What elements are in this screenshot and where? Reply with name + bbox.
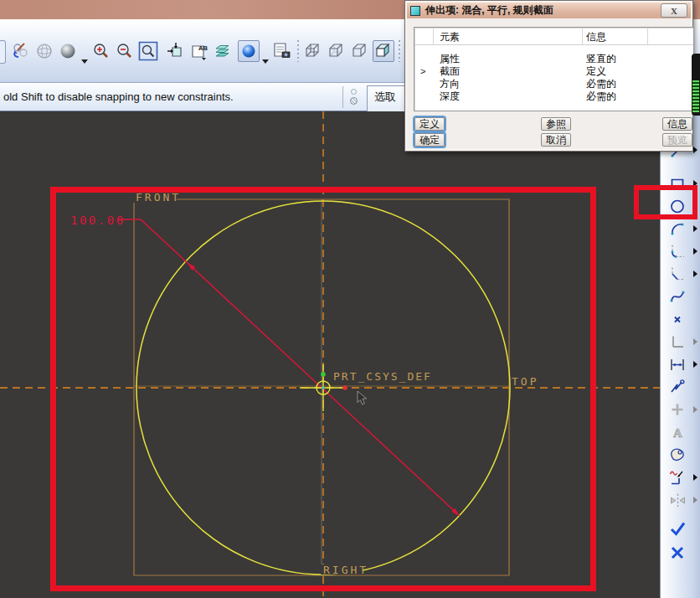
message-separator xyxy=(342,86,343,108)
hidden-line-mode-icon[interactable] xyxy=(326,40,347,62)
mirror-flyout-icon[interactable] xyxy=(693,497,697,503)
datum-display-icon[interactable] xyxy=(238,40,260,62)
clipped-toolbar-button[interactable] xyxy=(0,40,6,64)
message-text: old Shift to disable snapping to new con… xyxy=(0,90,234,103)
trim-tool-icon[interactable] xyxy=(666,467,691,490)
zoom-in-icon[interactable] xyxy=(90,40,112,62)
table-row[interactable]: 深度 必需的 xyxy=(414,90,693,103)
protrusion-element-dialog: 伸出项: 混合, 平行, 规则截面 X 元素 信息 属性 竖直的 > 截面 定义 xyxy=(404,0,693,152)
model-tree-icon[interactable] xyxy=(271,40,293,62)
arc-tool-icon[interactable] xyxy=(666,218,691,241)
ok-button[interactable]: 确定 xyxy=(414,133,445,147)
table-row[interactable]: 属性 竖直的 xyxy=(414,53,693,65)
fillet-tool-icon[interactable] xyxy=(666,240,691,264)
sketch-annotation-rectangle xyxy=(50,187,596,591)
shaded-display-icon[interactable] xyxy=(57,40,79,62)
line-flyout-icon[interactable] xyxy=(693,147,697,153)
zoom-fit-icon[interactable] xyxy=(137,40,159,62)
done-button-icon[interactable] xyxy=(666,518,691,541)
constraint-flyout-icon[interactable] xyxy=(693,406,697,413)
fillet-flyout-icon[interactable] xyxy=(693,248,697,255)
dimension-tool-icon[interactable] xyxy=(666,353,691,377)
svg-text:A: A xyxy=(673,426,682,440)
circle-tool-annotation-rectangle xyxy=(634,185,697,219)
arc-flyout-icon[interactable] xyxy=(693,225,697,232)
mirror-tool-icon[interactable] xyxy=(666,489,691,513)
wireframe-mode-icon[interactable] xyxy=(302,40,324,62)
column-element: 元素 xyxy=(440,30,460,44)
palette-tool-icon[interactable] xyxy=(666,444,691,467)
edge-indicator-bar xyxy=(692,54,700,116)
zoom-out-icon[interactable] xyxy=(114,40,136,62)
selected-row-marker: > xyxy=(420,65,425,78)
point-tool-icon[interactable] xyxy=(666,308,691,332)
chamfer-tool-icon[interactable] xyxy=(666,263,691,286)
spline-tool-icon[interactable] xyxy=(666,286,691,309)
quit-button-icon[interactable] xyxy=(666,541,691,564)
coordsys-flyout-icon[interactable] xyxy=(693,338,697,345)
text-tool-icon[interactable]: A xyxy=(666,421,691,445)
column-info: 信息 xyxy=(586,30,606,44)
table-row[interactable]: 方向 必需的 xyxy=(414,78,693,90)
no-hidden-mode-icon[interactable] xyxy=(349,40,371,62)
table-row-selected[interactable]: > 截面 定义 xyxy=(414,65,693,78)
dialog-titlebar[interactable]: 伸出项: 混合, 平行, 规则截面 X xyxy=(407,3,691,18)
reorient-view-icon[interactable] xyxy=(165,40,187,62)
dialog-window-icon xyxy=(410,6,420,16)
datum-display-dropdown-icon[interactable] xyxy=(262,59,269,64)
shading-mode-icon[interactable] xyxy=(373,40,394,62)
dimension-flyout-icon[interactable] xyxy=(693,361,697,368)
element-table: 元素 信息 属性 竖直的 > 截面 定义 方向 必需的 深度 xyxy=(414,27,694,111)
svg-text:AB: AB xyxy=(198,44,208,52)
shaded-display-dropdown-icon[interactable] xyxy=(81,59,88,64)
cancel-button[interactable]: 取消 xyxy=(541,133,571,147)
toolbar-separator xyxy=(397,40,401,62)
modify-tool-icon[interactable] xyxy=(666,376,691,400)
dialog-title: 伸出项: 混合, 平行, 规则截面 xyxy=(425,3,553,18)
element-table-header: 元素 信息 xyxy=(414,28,693,45)
preview-button: 预览 xyxy=(662,133,692,147)
repaint-icon[interactable] xyxy=(10,40,32,62)
layers-icon[interactable] xyxy=(212,40,234,62)
coordinate-system-tool-icon[interactable] xyxy=(666,331,691,354)
references-button[interactable]: 参照 xyxy=(541,117,571,131)
wireframe-display-icon[interactable] xyxy=(33,40,55,62)
trim-flyout-icon[interactable] xyxy=(693,474,697,481)
saved-view-list-icon[interactable]: AB xyxy=(188,40,210,62)
app-window: AB xyxy=(0,0,700,598)
close-icon[interactable]: X xyxy=(661,3,687,18)
selection-filter-icon[interactable] xyxy=(348,87,360,107)
select-window-title: 选取 xyxy=(367,85,405,113)
define-button[interactable]: 定义 xyxy=(414,117,445,131)
chamfer-flyout-icon[interactable] xyxy=(693,271,697,277)
info-button[interactable]: 信息 xyxy=(662,117,692,131)
toolbar-separator xyxy=(296,40,300,62)
constraint-tool-icon[interactable] xyxy=(666,399,691,422)
